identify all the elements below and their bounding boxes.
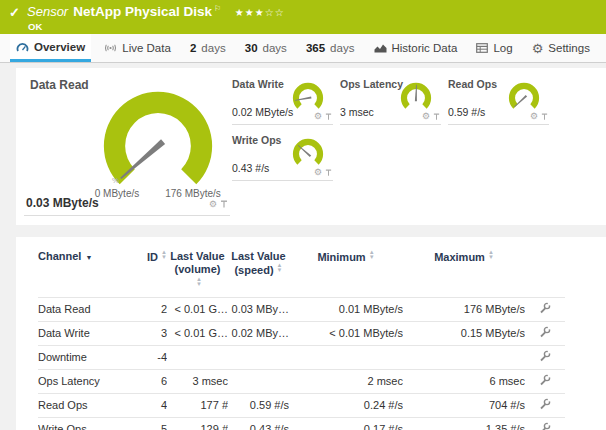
gauge-title: Read Ops xyxy=(448,78,497,90)
wrench-icon[interactable] xyxy=(539,422,551,430)
sort-desc-icon: ▼ xyxy=(85,254,92,261)
channel-name-cell[interactable]: Read Ops xyxy=(38,394,137,418)
sort-arrows-icon[interactable]: ▲▼ xyxy=(196,277,202,287)
tab-30-days[interactable]: 30 days xyxy=(239,34,293,62)
minimum-cell: 0.24 #/s xyxy=(289,394,403,418)
status-badge: OK xyxy=(28,21,42,32)
gauge-data-write: Data Write 0.02 MByte/s ⚙ xyxy=(232,78,333,125)
gauge-current-value: 3 msec xyxy=(340,106,374,118)
small-gauges-grid: Data Write 0.02 MByte/s ⚙ Ops Latency 3 … xyxy=(232,78,562,181)
last-value-speed-cell: 0.59 #/s xyxy=(228,394,289,418)
wrench-icon[interactable] xyxy=(539,350,551,362)
tab-label: days xyxy=(263,42,287,54)
ops-latency-dial xyxy=(399,81,433,115)
log-table-icon xyxy=(476,43,488,53)
minimum-cell xyxy=(289,346,403,370)
tab-365-days[interactable]: 365 days xyxy=(300,34,360,62)
tab-bar: Overview Live Data 2 days 30 days 365 da… xyxy=(0,34,606,63)
sort-arrows-icon[interactable]: ▲▼ xyxy=(161,250,167,260)
gauge-settings-gear-icon[interactable]: ⚙ xyxy=(314,112,322,121)
channel-id-cell: 3 xyxy=(137,322,167,346)
last-value-volume-cell: 129 # xyxy=(167,418,228,430)
gauge-settings-gear-icon[interactable]: ⚙ xyxy=(314,168,322,177)
channel-name-cell[interactable]: Data Read xyxy=(38,298,137,322)
write-ops-dial xyxy=(291,137,325,171)
pin-icon[interactable] xyxy=(433,113,440,121)
maximum-cell xyxy=(403,346,525,370)
wrench-icon[interactable] xyxy=(539,398,551,410)
sort-arrows-icon[interactable]: ▲▼ xyxy=(488,250,494,260)
minimum-cell: 0.17 #/s xyxy=(289,418,403,430)
column-sublabel: (volume) xyxy=(167,263,228,275)
channel-name-cell[interactable]: Data Write xyxy=(38,322,137,346)
tab-label: days xyxy=(201,42,225,54)
column-header-minimum[interactable]: Minimum▲▼ xyxy=(289,237,403,298)
minimum-cell: < 0.01 MByte/s xyxy=(289,322,403,346)
channel-name-cell[interactable]: Ops Latency xyxy=(38,370,137,394)
stars-empty[interactable]: ☆☆ xyxy=(265,7,285,18)
pin-icon[interactable] xyxy=(325,169,332,177)
wrench-icon[interactable] xyxy=(539,374,551,386)
gauge-scale-max: 176 MByte/s xyxy=(158,188,228,199)
channel-id-cell: 5 xyxy=(137,418,167,430)
tab-settings[interactable]: ⚙ Settings xyxy=(526,34,596,62)
channel-row: Ops Latency 6 3 msec 2 msec 6 msec xyxy=(38,370,565,394)
gauge-settings-gear-icon[interactable]: ⚙ xyxy=(209,200,217,209)
last-value-speed-cell xyxy=(228,370,289,394)
table-header-row: Channel▼ ID▲▼ Last Value (volume) ▲▼ Las… xyxy=(38,237,565,298)
channel-row: Downtime -4 xyxy=(38,346,565,370)
sort-arrows-icon[interactable]: ▲▼ xyxy=(277,263,283,273)
tab-overview[interactable]: Overview xyxy=(10,34,91,62)
percent-toggle-icon[interactable]: % xyxy=(112,176,119,185)
tab-number: 365 xyxy=(306,42,325,54)
tab-label: Live Data xyxy=(122,42,171,54)
column-header-channel[interactable]: Channel▼ xyxy=(38,237,137,298)
column-label: Minimum xyxy=(317,251,365,263)
channel-name-cell[interactable]: Write Ops xyxy=(38,418,137,430)
column-header-last-value-volume[interactable]: Last Value (volume) ▲▼ xyxy=(167,237,228,298)
pin-icon[interactable] xyxy=(541,113,548,121)
last-value-volume-cell: < 0.01 G… xyxy=(167,298,228,322)
gauge-read-ops: Read Ops 0.59 #/s ⚙ xyxy=(448,78,549,125)
last-value-speed-cell: 0.03 MBy… xyxy=(228,298,289,322)
channel-id-cell: 6 xyxy=(137,370,167,394)
column-label: Last Value xyxy=(167,250,228,262)
tab-2-days[interactable]: 2 days xyxy=(184,34,232,62)
tab-log[interactable]: Log xyxy=(470,34,518,62)
tab-historic-data[interactable]: Historic Data xyxy=(368,34,464,62)
pin-icon[interactable] xyxy=(325,113,332,121)
settings-gear-icon: ⚙ xyxy=(532,42,544,55)
channel-id-cell: -4 xyxy=(137,346,167,370)
column-label: Channel xyxy=(38,250,81,262)
column-header-maximum[interactable]: Maximum▲▼ xyxy=(403,237,525,298)
column-header-tools xyxy=(525,237,565,298)
wrench-icon[interactable] xyxy=(539,326,551,338)
channel-row: Data Read 2 < 0.01 G… 0.03 MBy… 0.01 MBy… xyxy=(38,298,565,322)
maximum-cell: 176 MByte/s xyxy=(403,298,525,322)
last-value-speed-cell xyxy=(228,346,289,370)
gauge-settings-gear-icon[interactable]: ⚙ xyxy=(530,112,538,121)
column-header-id[interactable]: ID▲▼ xyxy=(137,237,167,298)
status-ok-check-icon: ✓ xyxy=(9,5,20,20)
priority-stars[interactable]: ★★★☆☆ xyxy=(235,7,285,18)
flag-icon[interactable]: ⚐ xyxy=(214,4,221,13)
sort-arrows-icon[interactable]: ▲▼ xyxy=(369,250,375,260)
column-header-last-value-speed[interactable]: Last Value (speed)▲▼ xyxy=(228,237,289,298)
gauge-current-value: 0.03 MByte/s xyxy=(26,196,99,210)
gauge-settings-gear-icon[interactable]: ⚙ xyxy=(422,112,430,121)
maximum-cell: 704 #/s xyxy=(403,394,525,418)
wrench-icon[interactable] xyxy=(539,302,551,314)
maximum-cell: 0.15 MByte/s xyxy=(403,322,525,346)
channel-name-cell[interactable]: Downtime xyxy=(38,346,137,370)
maximum-cell: 6 msec xyxy=(403,370,525,394)
stars-filled[interactable]: ★★★ xyxy=(235,7,265,18)
tab-label: Overview xyxy=(34,41,85,53)
gauge-data-read: Data Read % 0 MByte/s 176 MByte/s 0.03 M… xyxy=(24,74,230,216)
gauge-write-ops: Write Ops 0.43 #/s ⚙ xyxy=(232,134,333,181)
pin-icon[interactable] xyxy=(220,200,228,209)
gauge-current-value: 0.43 #/s xyxy=(232,162,269,174)
tab-label: Log xyxy=(493,42,512,54)
minimum-cell: 2 msec xyxy=(289,370,403,394)
maximum-cell: 1.35 #/s xyxy=(403,418,525,430)
tab-live-data[interactable]: Live Data xyxy=(98,34,177,62)
